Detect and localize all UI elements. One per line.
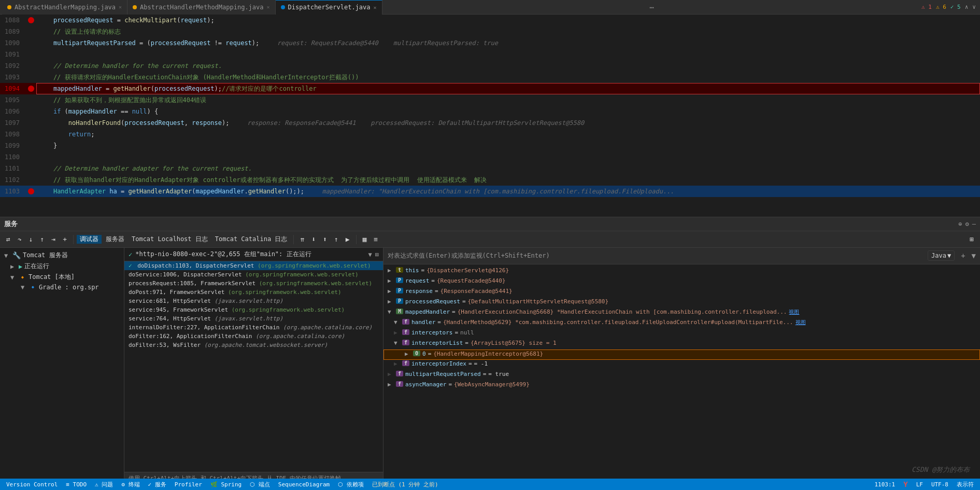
var-handler-val: {HandlerMethod@5629} *com.mashibing.cont… <box>443 319 793 326</box>
var-this[interactable]: ▶ t this = {DispatcherServlet@4126} <box>384 267 980 277</box>
code-line-1095: 1095 // 如果获取不到，则根据配置抛出异常或返回404错误 <box>0 94 980 106</box>
toolbar-layout[interactable]: ⊞ <box>967 234 977 245</box>
tab-close-3[interactable]: ✕ <box>374 5 377 10</box>
toolbar-step-over[interactable]: ↷ <box>15 234 25 245</box>
nav-down[interactable]: ∨ <box>972 4 976 10</box>
toolbar-import[interactable]: ⬇ <box>308 234 319 245</box>
status-profiler[interactable]: Profiler <box>173 481 204 488</box>
filter-btn[interactable]: ⊞ <box>375 251 379 258</box>
var-response[interactable]: ▶ P response = {ResponseFacade@5441} <box>384 287 980 298</box>
var-interceptors[interactable]: ▶ f interceptors = null <box>384 329 980 339</box>
var-response-eq: = <box>435 288 438 295</box>
breakpoint-1088[interactable] <box>28 17 34 23</box>
var-handler-link[interactable]: 视图 <box>796 319 806 326</box>
toolbar-step-out[interactable]: ↑ <box>37 234 47 245</box>
stack-frame-5[interactable]: service:945, FrameworkServlet (org.sprin… <box>124 305 383 314</box>
stack-frame-7[interactable]: internalDoFilter:227, ApplicationFilterC… <box>124 323 383 332</box>
var-pr-expand[interactable]: ▶ <box>388 298 395 305</box>
var-async-manager[interactable]: ▶ f asyncManager = {WebAsyncManager@5499… <box>384 381 980 391</box>
var-multipart-parsed[interactable]: ▶ f multipartRequestParsed = = true <box>384 370 980 381</box>
tomcat-local-item[interactable]: ▼ 🔸 Tomcat [本地] <box>0 272 124 283</box>
gradle-item[interactable]: ▼ 🔹 Gradle : org.spr <box>0 283 124 292</box>
toolbar-upload[interactable]: ↑ <box>331 234 342 245</box>
stack-frame-4[interactable]: service:681, HttpServlet (javax.servlet.… <box>124 297 383 305</box>
status-problems[interactable]: ⚠ 问题 <box>93 481 115 488</box>
var-handler[interactable]: ▼ f handler = {HandlerMethod@5629} *com.… <box>384 318 980 329</box>
var-this-expand[interactable]: ▶ <box>388 267 395 274</box>
tab-close-1[interactable]: ✕ <box>119 4 122 10</box>
toolbar-run-to-cursor[interactable]: ⇥ <box>48 234 59 245</box>
var-am-expand[interactable]: ▶ <box>388 381 395 388</box>
tab-dispatcher-servlet[interactable]: DispatcherServlet.java ✕ <box>276 0 382 15</box>
toolbar-expand-all[interactable]: ⇈ <box>297 234 307 245</box>
status-version-control[interactable]: Version Control <box>4 481 60 488</box>
filter-icon[interactable]: ▼ <box>368 251 372 258</box>
var-interceptor-index[interactable]: ▶ f interceptorIndex = = -1 <box>384 360 980 370</box>
stack-frame-2[interactable]: processRequest:1085, FrameworkServlet (o… <box>124 279 383 288</box>
toolbar-debugger-tab[interactable]: 调试器 <box>77 235 102 244</box>
toolbar-table[interactable]: ▦ <box>360 234 370 245</box>
watermark: CSDN @努力的布布 <box>912 465 970 474</box>
line-num-1092: 1092 <box>0 62 26 69</box>
tab-abstract-handler-method-mapping[interactable]: AbstractHandlerMethodMapping.java ✕ <box>127 0 275 15</box>
status-seq-diagram[interactable]: SequenceDiagram <box>276 481 332 488</box>
tab-abstract-handler-mapping[interactable]: AbstractHandlerMapping.java ✕ <box>2 0 127 15</box>
frame3-file: (org.springframework.web.servlet) <box>228 289 342 296</box>
more-vars-btn[interactable]: ▼ <box>972 251 976 260</box>
status-deps[interactable]: ⬡ 依赖项 <box>336 481 366 488</box>
toolbar-export[interactable]: ⬆ <box>320 234 330 245</box>
status-terminal[interactable]: ⚙ 终端 <box>119 481 141 488</box>
var-processed-request[interactable]: ▶ P processedRequest = {DefaultMultipart… <box>384 298 980 308</box>
toolbar-align-btn[interactable]: ⇄ <box>3 234 13 245</box>
tomcat-server-item[interactable]: ▼ 🔧 Tomcat 服务器 <box>0 250 124 261</box>
nav-up[interactable]: ∧ <box>965 4 969 10</box>
var-int-icon: f <box>402 329 409 335</box>
toolbar-server-tab[interactable]: 服务器 <box>103 235 127 244</box>
stack-frame-3[interactable]: doPost:971, FrameworkServlet (org.spring… <box>124 288 383 297</box>
tab-close-2[interactable]: ✕ <box>267 4 270 10</box>
var-mapped-handler[interactable]: ▼ M mappedHandler = {HandlerExecutionCha… <box>384 308 980 318</box>
toolbar-tomcat-catalina-tab[interactable]: Tomcat Catalina 日志 <box>212 235 291 244</box>
status-endpoints[interactable]: ⬡ 端点 <box>248 481 272 488</box>
stack-frame-8[interactable]: doFilter:162, ApplicationFilterChain (or… <box>124 332 383 341</box>
status-services[interactable]: ✓ 服务 <box>146 481 168 488</box>
stack-frame-1[interactable]: doService:1006, DispatcherServlet (org.s… <box>124 270 383 279</box>
toolbar-tomcat-localhost-tab[interactable]: Tomcat Localhost 日志 <box>129 235 211 244</box>
var-i0-expand[interactable]: ▶ <box>405 351 412 357</box>
running-item[interactable]: ▶ ▶ 正在运行 <box>0 261 124 272</box>
var-mh-expand[interactable]: ▼ <box>388 309 395 315</box>
variables-panel: 对表达式求值(Enter)或添加监视(Ctrl+Shift+Enter) Jav… <box>384 248 980 484</box>
status-spring[interactable]: 🌿 Spring <box>208 481 244 488</box>
java-dropdown[interactable]: Java ▼ <box>928 250 955 261</box>
toolbar-run[interactable]: ▶ <box>343 234 353 245</box>
var-request[interactable]: ▶ P request = {RequestFacade@5440} <box>384 277 980 287</box>
stack-frame-9[interactable]: doFilter:53, WsFilter (org.apache.tomcat… <box>124 341 383 349</box>
tab-more-button[interactable]: ⋯ <box>646 3 658 11</box>
server-label: Tomcat 服务器 <box>23 251 68 260</box>
status-todo[interactable]: ≡ TODO <box>64 481 89 488</box>
debug-split-area: ▼ 🔧 Tomcat 服务器 ▶ ▶ 正在运行 ▼ 🔸 Tomcat [本地] … <box>0 248 980 484</box>
stack-frame-0[interactable]: ✓ doDispatch:1103, DispatcherServlet (or… <box>124 261 383 270</box>
panel-settings-icon[interactable]: ⚙ <box>965 220 969 228</box>
panel-minimize-icon[interactable]: — <box>972 220 976 228</box>
toolbar-settings[interactable]: + <box>60 234 70 245</box>
stack-frame-6[interactable]: service:764, HttpServlet (javax.servlet.… <box>124 314 383 323</box>
add-watch-btn[interactable]: + <box>961 251 965 260</box>
tab-dot-orange-2 <box>133 5 137 9</box>
var-il-expand[interactable]: ▼ <box>394 340 401 346</box>
var-am-icon: f <box>396 381 403 387</box>
var-response-expand[interactable]: ▶ <box>388 288 395 295</box>
breakpoint-1094[interactable] <box>28 86 34 92</box>
var-request-expand[interactable]: ▶ <box>388 277 395 284</box>
toolbar-list[interactable]: ≡ <box>371 234 381 245</box>
var-mh-link[interactable]: 视图 <box>789 309 799 316</box>
toolbar-step-into[interactable]: ↓ <box>26 234 36 245</box>
breakpoint-1103[interactable] <box>28 188 34 194</box>
var-interceptor-0[interactable]: ▶ 0 0 = {HandlerMappingInterceptor@5681} <box>384 349 980 360</box>
thread-list: ▼ 🔧 Tomcat 服务器 ▶ ▶ 正在运行 ▼ 🔸 Tomcat [本地] … <box>0 248 124 484</box>
var-handler-expand[interactable]: ▼ <box>394 319 401 326</box>
var-interceptor-list[interactable]: ▼ f interceptorList = {ArrayList@5675} s… <box>384 339 980 349</box>
panel-globe-icon[interactable]: ⊕ <box>958 220 962 228</box>
code-line-1093: 1093 // 获得请求对应的HandlerExecutionChain对象 (… <box>0 72 980 83</box>
var-i0-eq: = <box>428 351 432 357</box>
